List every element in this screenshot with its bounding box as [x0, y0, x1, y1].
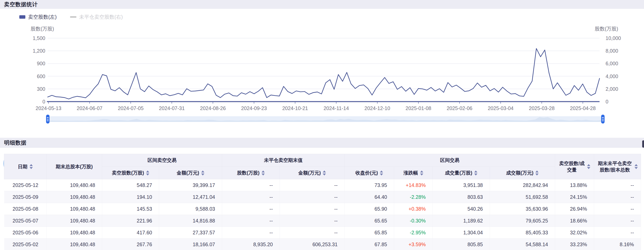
table-cell: --	[280, 215, 345, 227]
table-cell: 540.26	[433, 203, 490, 215]
datazoom-track[interactable]	[48, 116, 603, 122]
table-cell: +14.83%	[394, 179, 433, 191]
sort-control[interactable]	[634, 164, 638, 169]
sort-control[interactable]	[420, 170, 423, 175]
table-cell: 64.40	[345, 191, 394, 203]
col-header-volume: 成交量(万股)	[433, 167, 490, 179]
table-cell: --	[280, 191, 345, 203]
svg-text:1,200: 1,200	[32, 48, 45, 54]
svg-text:2025-03-28: 2025-03-28	[529, 106, 555, 111]
cell-date: 2025-05-08	[4, 203, 46, 215]
table-cell: -2.28%	[394, 191, 433, 203]
group-header-interval-trading: 区间交易	[345, 154, 555, 167]
table-cell: 109,480.48	[46, 239, 102, 250]
group-header-open-short-end-value: 未平仓卖空期末值	[222, 154, 345, 167]
col-header-change-pct: 涨跌幅	[394, 167, 433, 179]
col-header-turnover: 成交额(万元)	[490, 167, 555, 179]
table-cell: 8.16%	[594, 239, 641, 250]
table-cell: 14,816.88	[159, 215, 222, 227]
sort-control[interactable]	[474, 170, 478, 175]
table-cell: 26.94%	[555, 203, 594, 215]
sort-control[interactable]	[380, 170, 383, 175]
table-cell: 109,480.48	[46, 203, 102, 215]
svg-text:2024-08-26: 2024-08-26	[200, 106, 226, 111]
table-cell: 65.85	[345, 227, 394, 239]
datazoom-left-handle drag-handle-icon[interactable]	[46, 115, 50, 124]
cell-date: 2025-05-07	[4, 215, 46, 227]
col-header-open-short-to-capital: 期末未平仓卖空股数/股本总数	[594, 154, 641, 179]
svg-text:6,000: 6,000	[606, 61, 618, 66]
vertical-scrollbar-thumb[interactable]	[642, 140, 644, 148]
table-row: 2025-05-09109,480.48194.1012,471.04----6…	[4, 191, 641, 203]
group-header-interval-short-trading: 区间卖空交易	[102, 154, 222, 167]
detail-section-bar: 明细数据	[0, 138, 644, 148]
svg-text:2024-09-23: 2024-09-23	[241, 106, 267, 111]
svg-text:300: 300	[37, 86, 45, 92]
table-cell: --	[222, 179, 280, 191]
svg-text:股数(万股): 股数(万股)	[30, 26, 54, 31]
table-cell: --	[594, 227, 641, 239]
table-cell: 39,399.17	[159, 179, 222, 191]
table-cell: --	[222, 215, 280, 227]
col-header-open-shares: 股数(万股)	[222, 167, 280, 179]
legend-swatch-icon	[19, 15, 25, 19]
col-header-total-shares: 期末总股本(万股)	[46, 154, 102, 179]
table-cell: 32.02%	[555, 227, 594, 239]
sort-control[interactable]	[146, 170, 149, 175]
svg-text:0: 0	[606, 99, 608, 105]
table-cell: --	[280, 179, 345, 191]
svg-text:2024-10-21: 2024-10-21	[282, 106, 308, 111]
svg-text:8,000: 8,000	[606, 48, 618, 54]
svg-text:2024-12-10: 2024-12-10	[364, 106, 390, 111]
table-cell: 109,480.48	[46, 215, 102, 227]
svg-text:股数(万股): 股数(万股)	[595, 26, 618, 31]
svg-text:2024-05-13: 2024-05-13	[36, 106, 61, 111]
table-cell: 417.60	[102, 227, 159, 239]
table-cell: 282,842.94	[490, 179, 555, 191]
table-cell: 606,253.31	[280, 239, 345, 250]
svg-text:10,000: 10,000	[606, 35, 621, 41]
table-cell: --	[222, 191, 280, 203]
table-row: 2025-05-07109,480.48221.9614,816.88----6…	[4, 215, 641, 227]
table-cell: 27,337.57	[159, 227, 222, 239]
table-cell: 79,605.25	[490, 215, 555, 227]
svg-text:2,000: 2,000	[606, 86, 618, 92]
detail-data-table: 日期 期末总股本(万股) 区间卖空交易 未平仓卖空期末值 区间交易 卖空股数/成…	[4, 154, 641, 250]
col-header-short-amount: 金额(万元)	[159, 167, 222, 179]
table-cell: 51,692.58	[490, 191, 555, 203]
sort-control[interactable]	[587, 164, 590, 169]
cell-date: 2025-05-12	[4, 179, 46, 191]
datazoom-right-handle drag-handle-icon[interactable]	[601, 115, 604, 124]
sort-control[interactable]	[30, 164, 33, 169]
sort-control[interactable]	[323, 170, 326, 175]
table-cell: 194.10	[102, 191, 159, 203]
col-header-date: 日期	[4, 154, 46, 179]
table-cell: --	[280, 227, 345, 239]
table-cell: 18.66%	[555, 215, 594, 227]
table-row: 2025-05-06109,480.48417.6027,337.57----6…	[4, 227, 641, 239]
table-cell: 109,480.48	[46, 227, 102, 239]
col-header-short-to-volume: 卖空股数/成交量	[555, 154, 594, 179]
table-cell: 109,480.48	[46, 179, 102, 191]
table-cell: 73.95	[345, 179, 394, 191]
table-cell: --	[594, 191, 641, 203]
table-cell: 12,471.04	[159, 191, 222, 203]
sort-control[interactable]	[201, 170, 204, 175]
table-cell: 267.76	[102, 239, 159, 250]
chart-section-bar: 卖空数据统计	[0, 0, 644, 9]
table-row: 2025-05-02109,480.48267.7618,166.078,935…	[4, 239, 641, 250]
svg-text:4,000: 4,000	[606, 74, 618, 79]
col-header-open-amount: 金额(万元)	[280, 167, 345, 179]
table-cell: 3,951.38	[433, 179, 490, 191]
table-cell: 85,405.33	[490, 227, 555, 239]
sort-control[interactable]	[262, 170, 265, 175]
svg-text:1,500: 1,500	[32, 35, 45, 41]
sort-control[interactable]	[535, 170, 538, 175]
table-cell: 803.63	[433, 191, 490, 203]
table-cell: 805.85	[433, 239, 490, 250]
svg-text:2025-01-08: 2025-01-08	[406, 106, 431, 111]
svg-text:2024-06-07: 2024-06-07	[77, 106, 102, 111]
datazoom-preview	[48, 116, 603, 122]
table-cell: --	[594, 203, 641, 215]
table-cell: -0.30%	[394, 215, 433, 227]
